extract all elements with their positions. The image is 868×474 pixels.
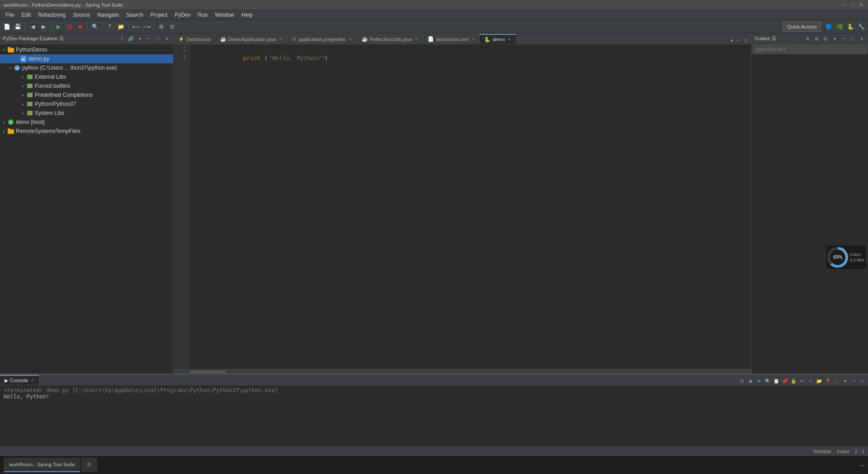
outline-maximize-icon[interactable]: □ <box>849 35 856 43</box>
tab-appprops[interactable]: ⚙ application.properties ✕ <box>288 34 357 44</box>
toolbar-persp-1[interactable]: 🔵 <box>824 22 834 32</box>
tab-console[interactable]: ▶ Console ✕ <box>0 375 39 385</box>
console-scroll-lock-btn[interactable]: 🔒 <box>789 377 797 385</box>
tab-dashboard[interactable]: ⚡ Dashboard <box>174 34 216 44</box>
menu-help[interactable]: Help <box>238 11 256 19</box>
quick-access-button[interactable]: Quick Access <box>783 22 821 32</box>
tree-label-extlibs: External Libs <box>33 74 66 80</box>
console-output: Hello, Python! <box>4 393 864 400</box>
tab-demopy[interactable]: 🐍 demo ✕ <box>480 34 516 44</box>
menu-run[interactable]: Run <box>194 11 212 19</box>
toolbar-open-type[interactable]: T <box>105 22 115 32</box>
console-open-file-btn[interactable]: 📂 <box>815 377 823 385</box>
outline-collapse-icon[interactable]: ⊟ <box>822 35 829 43</box>
console-minimize-btn[interactable]: ─ <box>849 377 858 385</box>
outline-sort-icon[interactable]: ⇅ <box>804 35 811 43</box>
tab-close-demopy[interactable]: ✕ <box>508 37 511 42</box>
toolbar-open-resource[interactable]: 📁 <box>116 22 126 32</box>
taskbar-item-2[interactable] <box>81 458 97 472</box>
close-button[interactable]: ✕ <box>858 2 864 8</box>
tab-demopom[interactable]: 📄 demo/pom.xml ✕ <box>423 34 480 44</box>
tree-item-remotesystems[interactable]: ▸ RemoteSystemsTempFiles <box>0 127 173 136</box>
maximize-panel-icon[interactable]: □ <box>154 35 161 43</box>
minimize-button[interactable]: ─ <box>842 2 848 8</box>
editor-content[interactable]: 1 2 print ("Hello, Python!") <box>174 44 751 374</box>
menu-window[interactable]: Window <box>212 11 238 19</box>
toolbar-search[interactable]: 🔍 <box>90 22 100 32</box>
tab-close-appprops[interactable]: ✕ <box>349 37 352 42</box>
tab-close-demopom[interactable]: ✕ <box>471 37 475 42</box>
console-clear-btn[interactable]: ⊡ <box>738 377 746 385</box>
toolbar-persp-4[interactable]: 🔧 <box>856 22 866 32</box>
tree-item-forcedbuiltins[interactable]: ▸ Forced builtins <box>0 81 173 90</box>
menu-pydev[interactable]: PyDev <box>171 11 194 19</box>
outline-expand-icon[interactable]: ⊞ <box>813 35 820 43</box>
kw-print: print <box>243 55 264 62</box>
editor-maximize-btn[interactable]: □ <box>742 37 750 44</box>
menu-navigate[interactable]: Navigate <box>94 11 122 19</box>
menu-search[interactable]: Search <box>123 11 147 19</box>
console-search-btn[interactable]: 🔍 <box>764 377 772 385</box>
toolbar-new[interactable]: 📄 <box>2 22 12 32</box>
tree-item-demopy[interactable]: py demo.py <box>0 54 173 63</box>
outline-filter[interactable] <box>752 44 868 54</box>
menu-project[interactable]: Project <box>147 11 171 19</box>
toolbar-next-edit[interactable]: ⟶ <box>142 22 151 32</box>
console-paste-btn[interactable]: 📌 <box>781 377 789 385</box>
taskbar-sts[interactable]: workRoom - Spring Tool Suite <box>4 458 80 472</box>
menu-refactoring[interactable]: Refactoring <box>34 11 69 19</box>
code-area[interactable]: print ("Hello, Python!") <box>190 44 751 374</box>
tree-item-predefined[interactable]: ▸ Predefined Completions <box>0 90 173 100</box>
console-remove-btn[interactable]: ✕ <box>755 377 763 385</box>
tab-close-console[interactable]: ✕ <box>31 378 34 383</box>
toolbar-persp-2[interactable]: 🌿 <box>835 22 844 32</box>
console-new-btn[interactable]: + <box>807 377 815 385</box>
menu-edit[interactable]: Edit <box>18 11 34 19</box>
toolbar-debug[interactable]: 🐞 <box>64 22 74 32</box>
outline-close-icon[interactable]: ✕ <box>858 35 865 43</box>
editor-menu-btn[interactable]: ▾ <box>728 37 735 44</box>
tab-close-demoapplication[interactable]: ✕ <box>279 37 283 42</box>
outline-minimize-icon[interactable]: ─ <box>840 35 847 43</box>
toolbar-persp-3[interactable]: 🐍 <box>845 22 855 32</box>
editor-hscroll[interactable] <box>174 369 751 374</box>
link-editor-icon[interactable]: 🔗 <box>127 35 134 43</box>
tree-item-pythondemo[interactable]: ▾ PythonDemo <box>0 45 173 54</box>
console-copy-btn[interactable]: 📋 <box>772 377 780 385</box>
toolbar-forward[interactable]: ▶ <box>38 22 48 32</box>
console-word-wrap-btn[interactable]: ↩ <box>798 377 806 385</box>
toolbar-back[interactable]: ◀ <box>28 22 38 32</box>
tab-demoapplication[interactable]: ☕ DemoApplication.java ✕ <box>216 34 288 44</box>
menu-source[interactable]: Source <box>69 11 94 19</box>
toolbar-sep-2 <box>51 23 51 31</box>
toolbar-save[interactable]: 💾 <box>13 22 23 32</box>
tab-close-reflectionutils[interactable]: ✕ <box>415 37 418 42</box>
menu-file[interactable]: File <box>2 11 18 19</box>
collapse-all-icon[interactable]: ⤴ <box>118 35 125 43</box>
tree-item-python37[interactable]: ▸ Python/Python37 <box>0 100 173 109</box>
tree-item-demoboot[interactable]: ▸ S demo [boot] <box>0 118 173 127</box>
tree-item-extlibs[interactable]: ▸ External Libs <box>0 72 173 81</box>
panel-menu-icon[interactable]: ▾ <box>136 35 143 43</box>
toolbar-expand[interactable]: ⊞ <box>156 22 166 32</box>
tree-item-systemlibs[interactable]: ▸ System Libs <box>0 109 173 118</box>
tree-item-python[interactable]: ▾ py python (C:\Users ... thon37\python.… <box>0 63 173 72</box>
minimize-panel-icon[interactable]: ─ <box>145 35 152 43</box>
editor-minimize-btn[interactable]: ─ <box>735 37 742 44</box>
tab-label-demopy: demo <box>492 37 505 42</box>
console-stop-btn[interactable]: ■ <box>746 377 755 385</box>
console-pin-btn[interactable]: 📍 <box>824 377 832 385</box>
console-terminate-btn[interactable]: ⬛ <box>832 377 840 385</box>
console-maximize-btn[interactable]: □ <box>858 377 866 385</box>
toolbar-collapse[interactable]: ⊟ <box>167 22 177 32</box>
outline-menu-icon[interactable]: ▾ <box>831 35 838 43</box>
toolbar-prev-edit[interactable]: ⟵ <box>131 22 141 32</box>
toolbar-run[interactable]: ▶ <box>53 22 63 32</box>
outline-filter-input[interactable] <box>754 45 866 53</box>
tab-reflectionutils[interactable]: ☕ ReflectionUtils.java ✕ <box>357 34 424 44</box>
console-menu-btn[interactable]: ▾ <box>841 377 849 385</box>
toolbar-stop[interactable]: ■ <box>75 22 85 32</box>
maximize-button[interactable]: □ <box>850 2 856 8</box>
close-panel-icon[interactable]: ✕ <box>163 35 170 43</box>
hscroll-thumb[interactable] <box>190 370 226 373</box>
